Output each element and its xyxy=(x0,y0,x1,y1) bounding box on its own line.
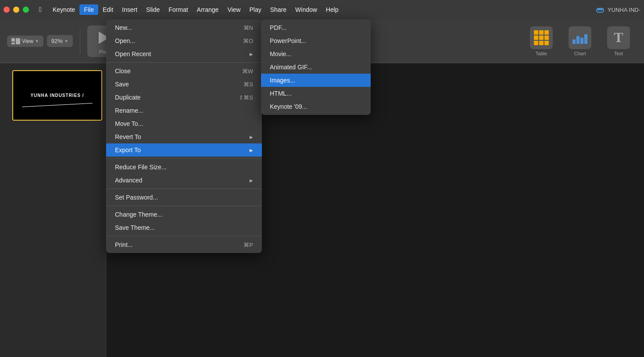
menu-share[interactable]: Share xyxy=(266,4,291,15)
export-movie[interactable]: Movie... xyxy=(261,47,371,61)
view-icon xyxy=(11,38,20,44)
maximize-window-button[interactable] xyxy=(23,7,29,13)
menu-edit[interactable]: Edit xyxy=(98,4,118,15)
view-button[interactable]: View ▼ xyxy=(7,36,43,47)
file-menu-open[interactable]: Open... ⌘O xyxy=(106,34,262,47)
file-menu-separator-5 xyxy=(106,236,262,236)
file-menu-save[interactable]: Save ⌘S xyxy=(106,78,262,91)
zoom-button[interactable]: 92% ▼ xyxy=(47,35,73,47)
file-menu-new[interactable]: New... ⌘N xyxy=(106,21,262,34)
menu-help[interactable]: Help xyxy=(322,4,343,15)
menu-arrange[interactable]: Arrange xyxy=(193,4,223,15)
file-menu-duplicate[interactable]: Duplicate ⇧⌘S xyxy=(106,91,262,104)
toolbar-separator-1 xyxy=(80,28,80,54)
menu-format[interactable]: Format xyxy=(164,4,192,15)
file-menu-separator-3 xyxy=(106,189,262,189)
text-T-icon: T xyxy=(614,29,623,46)
chart-label: Chart xyxy=(574,51,586,56)
table-label: Table xyxy=(536,51,547,56)
slide-panel: 1 YUNHA INDUSTRIES / xyxy=(0,63,106,357)
file-menu-set-password[interactable]: Set Password... xyxy=(106,191,262,204)
file-menu-rename[interactable]: Rename... xyxy=(106,104,262,117)
file-menu-reduce-file-size[interactable]: Reduce File Size... xyxy=(106,161,262,174)
advanced-arrow-icon: ▶ xyxy=(250,178,253,183)
svg-rect-4 xyxy=(11,43,15,44)
svg-point-1 xyxy=(597,8,600,11)
svg-point-2 xyxy=(600,8,603,11)
menu-insert[interactable]: Insert xyxy=(118,4,142,15)
export-to-arrow-icon: ▶ xyxy=(250,148,253,153)
view-label: View xyxy=(22,38,33,44)
icloud-icon xyxy=(596,7,604,13)
file-menu-move-to[interactable]: Move To... xyxy=(106,117,262,130)
table-button[interactable]: Table xyxy=(523,24,560,59)
slide-1-wrapper: 1 YUNHA INDUSTRIES / xyxy=(4,70,102,121)
file-menu-advanced[interactable]: Advanced ▶ xyxy=(106,174,262,187)
zoom-chevron-icon: ▼ xyxy=(64,39,68,43)
file-menu-separator-4 xyxy=(106,206,262,206)
view-chevron-icon: ▼ xyxy=(35,39,39,43)
export-keynote09[interactable]: Keynote '09... xyxy=(261,100,371,113)
export-html[interactable]: HTML... xyxy=(261,87,371,100)
menu-view[interactable]: View xyxy=(223,4,245,15)
menu-bar:  Keynote File Edit Insert Slide Format … xyxy=(0,0,644,19)
export-pdf[interactable]: PDF... xyxy=(261,21,371,34)
export-images[interactable]: Images... xyxy=(261,74,371,87)
file-menu-separator-1 xyxy=(106,62,262,63)
menu-file[interactable]: File xyxy=(79,4,98,15)
file-menu-dropdown: New... ⌘N Open... ⌘O Open Recent ▶ Close… xyxy=(106,19,262,253)
close-window-button[interactable] xyxy=(4,7,10,13)
document-title: YUNHA IND- xyxy=(608,7,640,13)
text-label: Text xyxy=(614,51,623,56)
slide-thumbnail[interactable]: YUNHA INDUSTRIES / xyxy=(12,70,102,121)
zoom-label: 92% xyxy=(51,38,63,44)
file-menu-change-theme[interactable]: Change Theme... xyxy=(106,208,262,221)
chart-button[interactable]: Chart xyxy=(562,24,598,59)
export-powerpoint[interactable]: PowerPoint... xyxy=(261,34,371,47)
menu-keynote[interactable]: Keynote xyxy=(48,4,79,15)
export-submenu: PDF... PowerPoint... Movie... Animated G… xyxy=(261,19,371,115)
menu-slide[interactable]: Slide xyxy=(142,4,164,15)
menu-bar-right: YUNHA IND- xyxy=(596,7,640,13)
table-icon xyxy=(534,30,549,45)
open-recent-arrow-icon: ▶ xyxy=(250,52,253,57)
file-menu-revert-to[interactable]: Revert To ▶ xyxy=(106,130,262,143)
svg-rect-5 xyxy=(16,38,20,44)
file-menu-export-to[interactable]: Export To ▶ xyxy=(106,143,262,157)
minimize-window-button[interactable] xyxy=(13,7,19,13)
svg-rect-3 xyxy=(11,38,15,42)
file-menu-separator-2 xyxy=(106,158,262,159)
file-menu-open-recent[interactable]: Open Recent ▶ xyxy=(106,47,262,61)
slide-content: YUNHA INDUSTRIES / xyxy=(13,71,101,120)
export-animated-gif[interactable]: Animated GIF... xyxy=(261,61,371,74)
toolbar-right: Table Chart T Text xyxy=(523,24,637,59)
slide-title: YUNHA INDUSTRIES / xyxy=(30,93,84,98)
revert-to-arrow-icon: ▶ xyxy=(250,135,253,139)
text-button[interactable]: T Text xyxy=(600,24,637,59)
apple-menu-icon[interactable]:  xyxy=(34,0,47,19)
file-menu-save-theme[interactable]: Save Theme... xyxy=(106,221,262,234)
menu-play[interactable]: Play xyxy=(245,4,265,15)
window-controls xyxy=(4,7,29,13)
slide-decoration-line xyxy=(22,103,93,107)
file-menu-close[interactable]: Close ⌘W xyxy=(106,64,262,78)
chart-icon xyxy=(572,32,587,44)
file-menu-print[interactable]: Print... ⌘P xyxy=(106,238,262,251)
menu-window[interactable]: Window xyxy=(291,4,322,15)
